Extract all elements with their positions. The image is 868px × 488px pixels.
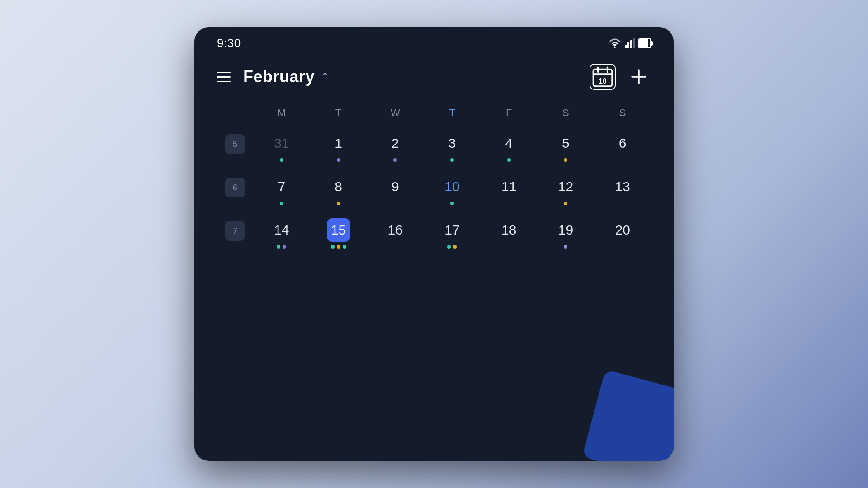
weekday-header: M T W T F S S	[217, 103, 651, 122]
weekday-label-thu: T	[424, 103, 481, 122]
week-num-cell-5: 5	[217, 127, 253, 167]
day-num-12: 12	[554, 175, 577, 198]
day-num-14: 14	[270, 218, 293, 242]
dot	[564, 202, 567, 205]
dot	[337, 158, 340, 162]
wifi-icon	[609, 38, 621, 48]
svg-rect-2	[630, 40, 632, 48]
day-cell-2[interactable]: 2	[367, 127, 424, 167]
battery-icon	[638, 38, 651, 48]
weekday-label-fri: F	[481, 103, 538, 122]
dot	[280, 202, 283, 205]
day-cell-16[interactable]: 16	[367, 214, 424, 253]
day-cell-11[interactable]: 11	[481, 170, 538, 210]
weekday-label-sat: S	[538, 103, 594, 122]
day-cell-18[interactable]: 18	[481, 214, 538, 253]
weekday-label-mon: M	[253, 103, 310, 122]
day-cell-31[interactable]: 31	[253, 127, 310, 167]
week-num-badge-7: 7	[225, 221, 245, 241]
day-num-31: 31	[270, 131, 293, 155]
day-num-19: 19	[554, 218, 577, 242]
menu-icon[interactable]	[217, 72, 231, 82]
weekday-label-sun: S	[594, 103, 651, 122]
weekday-label-tue: T	[310, 103, 367, 122]
day-dots-14	[277, 244, 286, 249]
day-cell-10[interactable]: 10	[424, 170, 481, 210]
day-cell-20[interactable]: 20	[594, 214, 651, 253]
day-dots-2	[393, 158, 397, 162]
calendar-row-5: 5 31 1 2	[217, 127, 651, 167]
today-button[interactable]: 10	[590, 64, 616, 90]
day-cell-6[interactable]: 6	[594, 127, 651, 167]
day-num-15: 15	[327, 218, 350, 242]
day-cell-19[interactable]: 19	[538, 214, 594, 253]
status-bar: 9:30	[203, 27, 665, 55]
header-right: 10	[590, 64, 651, 90]
day-cell-3[interactable]: 3	[424, 127, 481, 167]
day-cell-1[interactable]: 1	[310, 127, 367, 167]
week-num-cell-7: 7	[217, 214, 253, 253]
chevron-up-icon[interactable]: ⌃	[321, 72, 329, 82]
day-num-5: 5	[554, 131, 577, 155]
svg-rect-0	[625, 45, 627, 48]
day-cell-13[interactable]: 13	[594, 170, 651, 210]
day-cell-14[interactable]: 14	[253, 214, 310, 253]
day-num-20: 20	[611, 218, 634, 242]
app-header: February ⌃ 10	[203, 55, 665, 103]
dot	[280, 158, 283, 162]
week-num-cell-6: 6	[217, 170, 253, 210]
day-num-13: 13	[611, 175, 634, 198]
day-dots-3	[450, 158, 454, 162]
day-dots-19	[564, 244, 567, 249]
dot	[343, 245, 346, 249]
day-num-2: 2	[383, 131, 407, 155]
week-num-badge-5: 5	[225, 134, 245, 154]
day-dots-15	[331, 244, 346, 249]
day-cell-5[interactable]: 5	[538, 127, 594, 167]
day-dots-4	[507, 158, 511, 162]
svg-text:10: 10	[599, 77, 607, 85]
day-cell-9[interactable]: 9	[367, 170, 424, 210]
day-num-4: 4	[497, 131, 521, 155]
day-dots-17	[447, 244, 457, 249]
dot	[393, 158, 397, 162]
dot	[453, 245, 457, 249]
svg-rect-1	[627, 42, 629, 48]
day-dots-5	[564, 158, 567, 162]
day-num-11: 11	[497, 175, 521, 198]
dot	[450, 202, 454, 205]
dot	[564, 245, 567, 249]
calendar-grid: M T W T F S S 5 31	[203, 103, 665, 461]
status-time: 9:30	[217, 36, 241, 50]
day-cell-4[interactable]: 4	[481, 127, 538, 167]
day-cell-17[interactable]: 17	[424, 214, 481, 253]
day-cell-7[interactable]: 7	[253, 170, 310, 210]
device-frame: 9:30	[194, 27, 674, 461]
day-num-1: 1	[327, 131, 350, 155]
dot	[450, 158, 454, 162]
dot	[447, 245, 451, 249]
day-num-7: 7	[270, 175, 293, 198]
day-dots-10	[450, 201, 454, 206]
week-num-badge-6: 6	[225, 178, 245, 197]
day-dots-7	[280, 201, 283, 206]
day-cell-12[interactable]: 12	[538, 170, 594, 210]
month-title: February ⌃	[243, 67, 329, 86]
status-icons	[609, 38, 651, 48]
day-cell-8[interactable]: 8	[310, 170, 367, 210]
day-num-17: 17	[440, 218, 464, 242]
dot	[337, 245, 340, 249]
add-event-button[interactable]	[627, 65, 651, 89]
day-num-16: 16	[383, 218, 407, 242]
dot	[331, 245, 335, 249]
day-dots-31	[280, 158, 283, 162]
dot	[507, 158, 511, 162]
dot	[564, 158, 567, 162]
day-num-3: 3	[440, 131, 464, 155]
day-cell-15[interactable]: 15	[310, 214, 367, 253]
calendar-row-6: 6 7 8 9	[217, 170, 651, 210]
day-num-18: 18	[497, 218, 521, 242]
weekday-label-wed: W	[367, 103, 424, 122]
calendar-row-7: 7 14 15	[217, 214, 651, 253]
day-dots-1	[337, 158, 340, 162]
